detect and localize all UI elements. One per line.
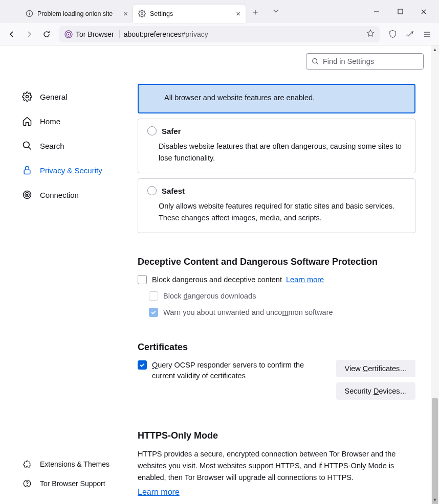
sidebar-extensions-link[interactable]: Extensions & Themes	[21, 455, 136, 473]
puzzle-icon	[21, 459, 33, 470]
svg-marker-9	[367, 30, 374, 36]
sidebar-item-label: General	[40, 93, 67, 101]
window-controls	[365, 5, 435, 19]
tab-problem-loading[interactable]: Problem loading onion site ×	[20, 5, 133, 23]
close-icon[interactable]: ×	[236, 9, 240, 18]
back-button[interactable]	[4, 27, 19, 42]
radio-icon[interactable]	[147, 186, 157, 195]
checkbox-label: Warn you about unwanted and uncommon sof…	[163, 307, 333, 318]
scroll-up-icon[interactable]: ▲	[431, 45, 439, 54]
new-identity-icon[interactable]	[402, 27, 418, 42]
standard-description: All browser and website features are ena…	[164, 92, 405, 103]
url-text: about:preferences#privacy	[124, 30, 208, 38]
scrollbar-thumb[interactable]	[432, 398, 438, 504]
home-icon	[21, 116, 33, 127]
level-title: Safer	[162, 127, 181, 135]
svg-point-15	[26, 96, 29, 98]
ocsp-checkbox-row: Query OCSP responder servers to confirm …	[138, 360, 328, 382]
level-title: Safest	[162, 187, 185, 195]
connection-icon	[21, 189, 33, 200]
new-tab-button[interactable]: ＋	[249, 4, 262, 20]
https-description: HTTPS provides a secure, encrypted conne…	[138, 448, 415, 484]
block-downloads-checkbox-row: Block dangerous downloads	[149, 291, 415, 302]
url-bar[interactable]: Tor Browser about:preferences#privacy	[59, 26, 380, 42]
toolbar: Tor Browser about:preferences#privacy	[0, 23, 439, 45]
tor-label: Tor Browser	[76, 30, 114, 38]
checkbox-label: Block dangerous downloads	[163, 291, 256, 302]
sidebar-item-label: Home	[40, 117, 60, 126]
svg-point-3	[141, 13, 143, 15]
block-dangerous-checkbox-row: Block dangerous and deceptive content Le…	[138, 274, 415, 286]
close-icon[interactable]: ×	[123, 9, 128, 18]
info-icon	[26, 10, 33, 17]
find-in-settings[interactable]: Find in Settings	[306, 53, 424, 70]
certificates-heading: Certificates	[138, 342, 415, 353]
sidebar-item-home[interactable]: Home	[21, 111, 136, 131]
level-description: Only allows website features required fo…	[159, 200, 406, 223]
tab-settings[interactable]: Settings ×	[133, 5, 246, 23]
shield-icon[interactable]	[385, 27, 400, 42]
sidebar-item-label: Search	[40, 142, 64, 150]
bookmark-star-icon[interactable]	[366, 29, 375, 39]
svg-rect-1	[29, 13, 30, 15]
radio-icon[interactable]	[147, 126, 157, 135]
svg-point-16	[24, 142, 30, 148]
scroll-down-icon[interactable]: ▼	[431, 496, 439, 504]
checkbox-icon[interactable]	[149, 291, 158, 301]
checkbox-icon[interactable]	[138, 360, 147, 370]
gear-icon	[21, 91, 33, 102]
security-devices-button[interactable]: Security Devices…	[336, 382, 415, 400]
checkbox-label: Block dangerous and deceptive content Le…	[152, 274, 324, 286]
minimize-button[interactable]	[365, 5, 388, 19]
sidebar-item-general[interactable]: General	[21, 86, 136, 107]
tor-identity-badge[interactable]: Tor Browser	[64, 30, 120, 38]
warn-uncommon-checkbox-row: Warn you about unwanted and uncommon sof…	[149, 307, 415, 318]
settings-sidebar: General Home Search Privacy & Security C…	[0, 45, 136, 504]
svg-rect-2	[29, 12, 30, 13]
level-description: Disables website features that are often…	[159, 141, 406, 164]
help-icon	[21, 478, 33, 489]
tab-label: Settings	[150, 10, 233, 17]
security-level-standard[interactable]: All browser and website features are ena…	[138, 84, 415, 113]
gear-icon	[138, 10, 146, 17]
svg-rect-18	[24, 170, 30, 174]
sidebar-item-search[interactable]: Search	[21, 135, 136, 156]
search-icon	[312, 58, 319, 65]
scrollbar-track[interactable]: ▲ ▼	[431, 45, 439, 504]
sidebar-item-label: Tor Browser Support	[40, 479, 105, 488]
tabs-dropdown[interactable]	[272, 7, 279, 16]
svg-rect-5	[398, 9, 403, 14]
search-placeholder: Find in Settings	[323, 57, 374, 65]
titlebar: Problem loading onion site × Settings × …	[0, 0, 439, 23]
search-icon	[21, 140, 33, 151]
checkbox-icon[interactable]	[138, 275, 147, 284]
svg-line-17	[29, 147, 31, 150]
svg-point-13	[313, 59, 317, 63]
sidebar-support-link[interactable]: Tor Browser Support	[21, 474, 136, 493]
learn-more-link[interactable]: Learn more	[286, 276, 324, 284]
svg-point-21	[27, 194, 28, 196]
reload-button[interactable]	[39, 27, 54, 42]
security-level-safest[interactable]: Safest Only allows website features requ…	[138, 178, 415, 233]
maximize-button[interactable]	[389, 5, 411, 19]
content-area: Find in Settings General Home Search Pri…	[0, 45, 439, 504]
svg-line-14	[317, 63, 319, 65]
learn-more-link[interactable]: Learn more	[138, 488, 180, 496]
sidebar-item-privacy[interactable]: Privacy & Security	[21, 160, 136, 180]
view-certificates-button[interactable]: View Certificates…	[336, 360, 415, 377]
sidebar-item-connection[interactable]: Connection	[21, 185, 136, 205]
https-only-heading: HTTPS-Only Mode	[138, 430, 415, 441]
tab-label: Problem loading onion site	[37, 10, 120, 17]
sidebar-item-label: Extensions & Themes	[40, 460, 109, 468]
svg-point-23	[27, 485, 27, 486]
sidebar-item-label: Connection	[40, 191, 79, 199]
tor-icon	[64, 30, 73, 38]
lock-icon	[21, 165, 33, 176]
forward-button[interactable]	[21, 27, 37, 42]
close-window-button[interactable]	[412, 5, 435, 19]
settings-main: All browser and website features are ena…	[136, 45, 431, 504]
deceptive-content-heading: Deceptive Content and Dangerous Software…	[138, 257, 415, 267]
app-menu-icon[interactable]	[420, 27, 435, 42]
checkbox-icon[interactable]	[149, 308, 158, 317]
security-level-safer[interactable]: Safer Disables website features that are…	[138, 119, 415, 173]
